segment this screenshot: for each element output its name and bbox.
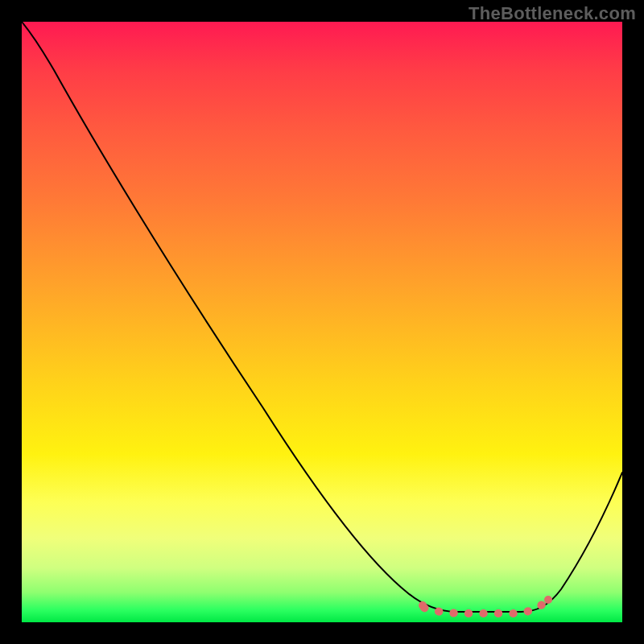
chart-svg	[22, 22, 622, 622]
highlight-end-right	[544, 596, 552, 604]
optimum-highlight-dots	[424, 601, 547, 613]
highlight-end-left	[419, 601, 427, 609]
chart-frame: TheBottleneck.com	[0, 0, 644, 644]
watermark-text: TheBottleneck.com	[469, 3, 636, 24]
plot-area	[22, 22, 622, 622]
bottleneck-curve	[22, 22, 622, 612]
